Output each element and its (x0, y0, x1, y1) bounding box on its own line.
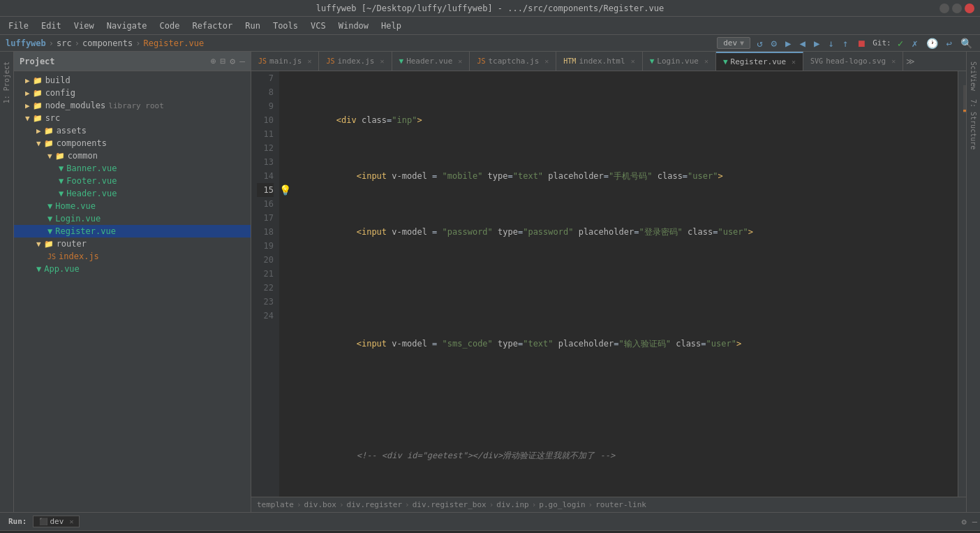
code-editor[interactable]: 7 8 9 10 11 12 13 14 15 16 17 18 19 20 (251, 71, 966, 497)
vtab-sciview[interactable]: SciView (970, 57, 977, 95)
tree-item-src[interactable]: ▼ 📁 src (14, 112, 251, 124)
run-dev-tab[interactable]: ⬛ dev ✕ (33, 516, 80, 527)
vtab-project[interactable]: 1: Project (3, 57, 10, 108)
folder-icon-components: 📁 (44, 139, 54, 148)
tab-close-login[interactable]: ✕ (704, 57, 708, 65)
git-undo-icon[interactable]: ↩ (944, 38, 954, 49)
menu-help[interactable]: Help (376, 20, 407, 32)
up-icon[interactable]: ↑ (840, 38, 850, 49)
run-minimize-icon[interactable]: — (972, 517, 977, 527)
tree-item-login[interactable]: ▼ Login.vue (14, 212, 251, 225)
breadcrumb-src[interactable]: src (57, 38, 72, 48)
menu-run[interactable]: Run (239, 20, 266, 32)
tree-item-components[interactable]: ▼ 📁 components (14, 137, 251, 149)
tree-item-node-modules[interactable]: ▶ 📁 node_modules library root (14, 99, 251, 112)
bc-template[interactable]: template (257, 500, 294, 509)
window-controls[interactable] (940, 3, 974, 13)
menu-code[interactable]: Code (154, 20, 186, 32)
git-x-icon[interactable]: ✗ (910, 38, 919, 49)
close-button[interactable] (965, 3, 974, 13)
tree-item-build[interactable]: ▶ 📁 build (14, 74, 251, 87)
code-line-13: <!-- <div id="geetest"></div>滑动验证这里我就不加了… (296, 448, 952, 462)
scrollbar-thumb[interactable] (963, 85, 966, 113)
run-settings-icon[interactable]: ⚙ (962, 517, 967, 527)
bc-divregister[interactable]: div.register (347, 500, 402, 509)
bc-routerlink[interactable]: router-link (595, 500, 646, 509)
tab-close-index-html[interactable]: ✕ (631, 57, 635, 65)
line-numbers: 7 8 9 10 11 12 13 14 15 16 17 18 19 20 (251, 71, 279, 497)
vtab-structure[interactable]: 7: Structure (970, 95, 977, 154)
menu-edit[interactable]: Edit (36, 20, 67, 32)
tree-item-config[interactable]: ▶ 📁 config (14, 87, 251, 99)
tree-item-register[interactable]: ▼ Register.vue (14, 225, 251, 238)
run-dev-label: dev (50, 517, 64, 526)
tree-item-common[interactable]: ▼ 📁 common (14, 149, 251, 162)
git-clock-icon[interactable]: 🕐 (924, 38, 940, 49)
bc-pgologin[interactable]: p.go_login (539, 500, 585, 509)
scrollbar-markers[interactable] (958, 71, 966, 497)
vue-icon: ▼ (399, 57, 404, 66)
breadcrumb-components[interactable]: components (82, 38, 133, 48)
menu-file[interactable]: File (3, 20, 34, 32)
tab-login-vue[interactable]: ▼ Login.vue ✕ (643, 52, 716, 71)
bc-divinp[interactable]: div.inp (496, 500, 528, 509)
vue-icon: ▼ (723, 57, 728, 66)
tree-item-router[interactable]: ▼ 📁 router (14, 238, 251, 250)
tree-item-index-js[interactable]: JS index.js (14, 250, 251, 263)
tab-close-header[interactable]: ✕ (458, 57, 462, 65)
down-icon[interactable]: ↓ (826, 38, 836, 49)
tab-register-vue[interactable]: ▼ Register.vue ✕ (716, 52, 803, 71)
menu-view[interactable]: View (68, 20, 100, 32)
js-icon: JS (258, 57, 267, 65)
refresh-icon[interactable]: ↺ (755, 38, 764, 49)
sidebar-layout-icon[interactable]: ⊟ (221, 56, 226, 66)
play-icon[interactable]: ▶ (783, 38, 793, 49)
tabs-overflow-arrow[interactable]: ≫ (903, 52, 918, 71)
stop-icon[interactable]: ⏹ (854, 38, 868, 49)
tab-close-register[interactable]: ✕ (792, 58, 796, 66)
tree-item-assets[interactable]: ▶ 📁 assets (14, 124, 251, 137)
bc-divregisterbox[interactable]: div.register_box (413, 500, 487, 509)
tab-index-js[interactable]: JS index.js ✕ (319, 52, 392, 71)
menu-navigate[interactable]: Navigate (101, 20, 153, 32)
sidebar-close-icon[interactable]: — (239, 56, 245, 66)
line-num-12: 12 (257, 141, 274, 155)
tab-header-vue[interactable]: ▼ Header.vue ✕ (392, 52, 470, 71)
tree-item-banner[interactable]: ▼ Banner.vue (14, 162, 251, 175)
tree-item-header[interactable]: ▼ Header.vue (14, 187, 251, 200)
menu-vcs[interactable]: VCS (305, 20, 332, 32)
tab-index-html[interactable]: HTM index.html ✕ (556, 52, 642, 71)
tree-item-app[interactable]: ▼ App.vue (14, 263, 251, 275)
folder-name-common: common (68, 151, 98, 161)
minimize-button[interactable] (940, 3, 949, 13)
line-num-8: 8 (257, 85, 274, 99)
maximize-button[interactable] (952, 3, 962, 13)
vue-icon-register: ▼ (47, 226, 52, 236)
tab-close-index-js[interactable]: ✕ (380, 57, 384, 65)
tree-item-footer[interactable]: ▼ Footer.vue (14, 175, 251, 187)
git-check-icon[interactable]: ✓ (896, 38, 905, 49)
menu-refactor[interactable]: Refactor (186, 20, 238, 32)
bc-divbox[interactable]: div.box (304, 500, 336, 509)
sidebar-gear-icon[interactable]: ⚙ (230, 56, 235, 66)
sidebar-add-icon[interactable]: ⊕ (211, 56, 216, 66)
run-tab-close[interactable]: ✕ (69, 518, 73, 525)
breadcrumb-file[interactable]: Register.vue (143, 38, 204, 48)
settings-icon[interactable]: ⚙ (769, 38, 779, 49)
forward-icon[interactable]: ▶ (812, 38, 822, 49)
back-icon[interactable]: ◀ (797, 38, 807, 49)
tab-main-js[interactable]: JS main.js ✕ (251, 52, 319, 71)
tab-close-tcaptcha[interactable]: ✕ (544, 57, 549, 65)
search-icon[interactable]: 🔍 (958, 38, 974, 49)
tree-item-home[interactable]: ▼ Home.vue (14, 200, 251, 212)
code-lines[interactable]: <div class="inp"> <input v-model = "mobi… (290, 71, 958, 497)
tab-close-svg[interactable]: ✕ (891, 57, 896, 65)
menu-tools[interactable]: Tools (267, 20, 304, 32)
dev-dropdown[interactable]: dev ▼ (717, 37, 750, 49)
menu-window[interactable]: Window (333, 20, 374, 32)
tab-head-logo-svg[interactable]: SVG head-logo.svg ✕ (803, 52, 903, 71)
breadcrumb-project[interactable]: luffyweb (6, 38, 46, 48)
tab-tcaptcha[interactable]: JS tcaptcha.js ✕ (470, 52, 556, 71)
tab-close-main-js[interactable]: ✕ (307, 57, 311, 65)
file-name-app: App.vue (44, 264, 80, 274)
